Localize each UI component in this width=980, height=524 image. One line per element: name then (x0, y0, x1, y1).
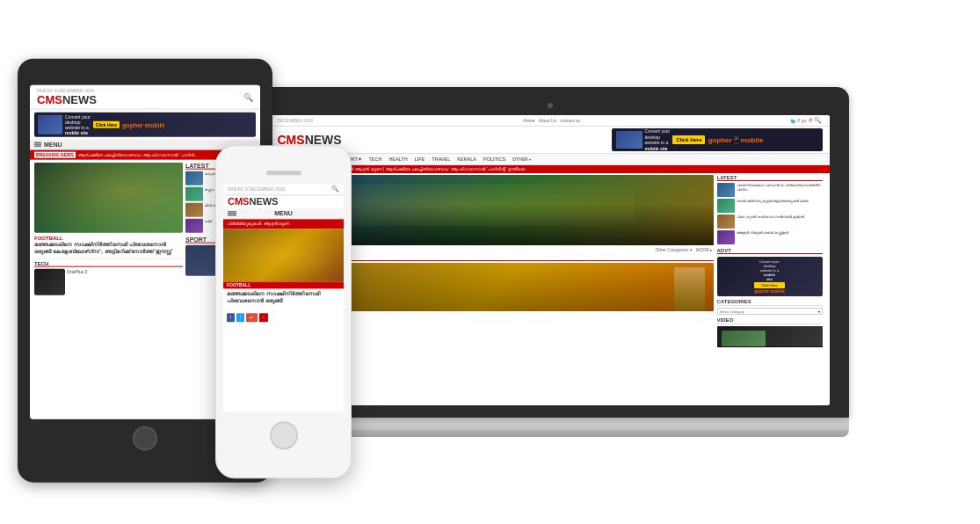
laptop-nav-life[interactable]: LIFE (413, 156, 427, 163)
laptop-nav-kerala[interactable]: KERALA (455, 156, 478, 163)
tablet-ad-click-btn[interactable]: Click Here (93, 121, 120, 128)
laptop-nav-other[interactable]: OTHER (511, 156, 533, 163)
tablet-tech-section: TECH OnePlus 2 (34, 258, 183, 295)
phone-story-img-inner (223, 229, 344, 281)
tablet-ticker-text: ആഴ്ചക്കിടേ ചലച്ചിത്രോത്സവം: ആഫ്ഗാനൊൽ 'പാ… (78, 152, 198, 158)
phone-logo: CMSNEWS (228, 196, 339, 207)
laptop-nav-health[interactable]: HEALTH (387, 156, 409, 163)
facebook-icon[interactable]: f (798, 118, 800, 123)
scene: DECEMBER 2016 Home About Us contact us 🐦… (0, 0, 980, 524)
laptop-nav-travel[interactable]: TRAVEL (430, 156, 452, 163)
search-icon[interactable]: 🔍 (814, 117, 822, 124)
laptop-side-latest: പ്രതിനിദ്ധയോഗ ക്വാൻഡ്, വിദ്യാഭ്യാസത്തിൻ്… (717, 183, 823, 244)
laptop-advt-title: ADVT (717, 248, 823, 254)
laptop-body: Other Categories ▾ MORE ▸ NEWSROOM Other… (271, 173, 830, 349)
phone-story-img (223, 229, 344, 281)
phone-share-facebook[interactable]: f (227, 313, 235, 322)
phone-breaking-text: പ്രിലിമ്യൂമൂകൾ: ആദ്ദൻ ലൂണ (227, 221, 290, 226)
tablet-header: FRIDAY, 9 DECEMBER 2016 CMSNEWS 🔍 (30, 85, 260, 110)
phone-share-twitter[interactable]: t (236, 313, 244, 322)
laptop-side-item-1: പ്രതിനിദ്ധയോഗ ക്വാൻഡ്, വിദ്യാഭ്യാസത്തിൻ്… (717, 183, 823, 197)
laptop-side-text-2: ടൗൺഷിൽ ഒരു കൂട്ടൽ ആദ്ദ് അഭ്യൂഷൻ ലഭ്യ (737, 199, 809, 213)
phone-header: FRIDAY, 9 DECEMBER 2016 🔍 (223, 184, 344, 195)
laptop-side-text-1: പ്രതിനിദ്ധയോഗ ക്വാൻഡ്, വിദ്യാഭ്യാസത്തിൻ്… (737, 183, 823, 197)
tablet-tech-label: TECH (34, 260, 183, 266)
phone-breaking-bar: പ്രിലിമ്യൂമൂകൾ: ആദ്ദൻ ലൂണ (223, 219, 344, 229)
laptop-side-thumb-2 (717, 199, 735, 213)
laptop-nav-tech[interactable]: TECH (367, 156, 383, 163)
laptop-ad-icons (616, 131, 642, 149)
laptop-ad-text: Convert your desktop website to a mobile… (645, 128, 671, 151)
phone-search-icon[interactable]: 🔍 (331, 186, 339, 193)
laptop-side-item-2: ടൗൺഷിൽ ഒരു കൂട്ടൽ ആദ്ദ് അഭ്യൂഷൻ ലഭ്യ (717, 199, 823, 213)
googleplus-icon[interactable]: g+ (802, 118, 808, 123)
phone-share-more[interactable]: + (259, 313, 268, 322)
laptop-side-thumb-3 (717, 215, 735, 229)
laptop-side-thumb-4 (717, 230, 735, 244)
tablet-tech-item: OnePlus 2 (34, 268, 183, 295)
chevron-down-icon: ▾ (818, 309, 820, 314)
laptop-camera (548, 103, 553, 108)
phone-share-bar: f t g+ + (223, 310, 344, 324)
tablet-story-title: മഞ്ഞക്കടലിനെ സാക്ഷിനിർത്തി സെമി പ്രവേശനൊ… (34, 242, 183, 256)
tablet-ad-text: Convert your desktop website to a mobile… (65, 114, 91, 135)
laptop-nav-about[interactable]: About Us (539, 118, 557, 123)
laptop-categories-select[interactable]: Select Category ▾ (717, 308, 823, 315)
laptop-video-caption: Final notification on wester... (717, 346, 823, 347)
tablet-ad-content: Convert your desktop website to a mobile… (34, 114, 256, 135)
laptop-latest-title: LATEST (717, 175, 823, 181)
tablet-home-btn[interactable] (133, 426, 157, 451)
laptop-side-item-3: പ്ലാം ഒറ്റൺ കൽ സ്ഥേ നൽഗ്ലൻ ഉദ്ദ്യൻ (717, 215, 823, 229)
laptop-social-icons: 🐦 f g+ P 🔍 (790, 117, 823, 124)
laptop-news-site: DECEMBER 2016 Home About Us contact us 🐦… (271, 115, 830, 405)
laptop-side-ad: Convert yourdesktopwebsite to amobilesit… (717, 257, 823, 296)
laptop-video-title: VIDEO (717, 317, 823, 324)
phone-football-label: FOOTBALL (223, 281, 344, 288)
laptop-ad-click-btn[interactable]: Click Here (672, 135, 705, 144)
phone-hamburger-icon[interactable] (228, 211, 236, 215)
tablet-tech-text: OnePlus 2 (67, 268, 87, 295)
tablet-header-left: FRIDAY, 9 DECEMBER 2016 CMSNEWS (37, 88, 97, 106)
laptop-nav-politics[interactable]: POLITICS (482, 156, 507, 163)
laptop-main-nav: BUSINESS ▾ MOVIE ▾ SPORT ▾ TECH HEALTH L… (271, 153, 830, 165)
laptop-side-text-4: അളേൻ ന്യൂൺ ഒക്യ് ഒഡ്ഡ്ഇൻ (737, 230, 788, 244)
tablet-ad-phones (38, 115, 62, 135)
laptop-side-ad-brand: gopher mobile (754, 288, 784, 294)
phone-screen: FRIDAY, 9 DECEMBER 2016 🔍 CMSNEWS (223, 184, 344, 412)
phone-bezel: FRIDAY, 9 DECEMBER 2016 🔍 CMSNEWS (215, 145, 352, 478)
tablet-hero-img (34, 163, 183, 233)
phone-device: FRIDAY, 9 DECEMBER 2016 🔍 CMSNEWS (215, 145, 352, 478)
laptop-nav-home[interactable]: Home (523, 118, 534, 123)
laptop-ticker: BREAKING NEWS പ്രിലിമ്യൂമൂകൾ: ആദ്ദൻ ലൂണ … (271, 165, 830, 173)
laptop-news-header: DECEMBER 2016 Home About Us contact us 🐦… (271, 115, 830, 127)
laptop-video-thumb[interactable]: Final notification on wester... (717, 326, 823, 347)
laptop-categories-placeholder: Select Category (720, 309, 744, 314)
phone-share-google[interactable]: g+ (246, 313, 258, 322)
pinterest-icon[interactable]: P (809, 118, 812, 123)
laptop-date-label: DECEMBER 2016 (278, 118, 314, 123)
tablet-ad-brand: gopher mobile (122, 121, 164, 127)
twitter-icon[interactable]: 🐦 (790, 118, 796, 124)
tablet-logo: CMSNEWS (37, 93, 97, 106)
laptop-screen: DECEMBER 2016 Home About Us contact us 🐦… (271, 115, 830, 405)
laptop-ad-brand: gopher📱mobile (708, 136, 763, 144)
laptop-logo-ad-row: CMSNEWS Convert your desktop website to … (271, 127, 830, 153)
phone-speaker (266, 171, 301, 175)
tablet-ad-banner: Convert your desktop website to a mobile… (34, 113, 256, 137)
tablet-side-thumb-4 (185, 219, 203, 233)
tablet-side-thumb-2 (185, 187, 203, 201)
tablet-menu-label: MENU (44, 142, 62, 148)
laptop-side-ad-content: Convert yourdesktopwebsite to amobilesit… (754, 259, 784, 295)
laptop-video: VIDEO Final notification on wester... (717, 317, 823, 347)
phone-menu-label: MENU (274, 210, 293, 216)
phone-home-btn[interactable] (270, 421, 298, 449)
tablet-football-story: FOOTBALL മഞ്ഞക്കടലിനെ സാക്ഷിനിർത്തി സെമി… (34, 236, 183, 256)
tablet-left-col: FOOTBALL മഞ്ഞക്കടലിനെ സാക്ഷിനിർത്തി സെമി… (34, 163, 183, 404)
laptop-nav-contact[interactable]: contact us (560, 118, 580, 123)
laptop-side-thumb-1 (717, 183, 735, 197)
laptop-latest-col: LATEST പ്രതിനിദ്ധയോഗ ക്വാൻഡ്, വിദ്യാഭ്യാ… (717, 175, 823, 347)
tablet-search-icon[interactable]: 🔍 (243, 92, 253, 101)
laptop-side-ad-btn[interactable]: Click Here (754, 282, 784, 288)
hamburger-icon[interactable] (34, 142, 41, 147)
tablet-tech-thumb (34, 268, 65, 295)
